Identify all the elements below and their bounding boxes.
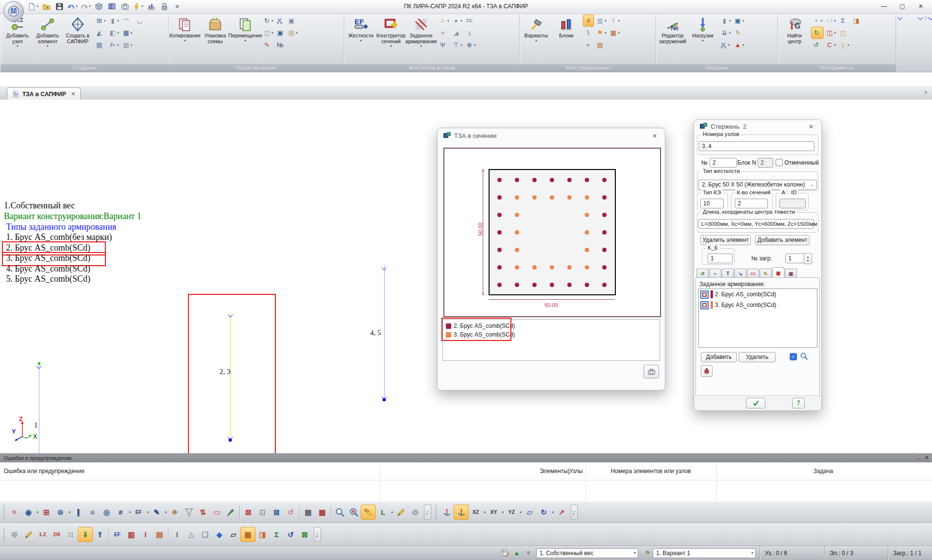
- marked-checkbox[interactable]: [776, 159, 783, 166]
- rebar-add-icon[interactable]: #: [583, 15, 594, 27]
- open-file-button[interactable]: [40, 1, 52, 12]
- blocks-button[interactable]: Блоки: [552, 15, 581, 40]
- add-element-button[interactable]: Добавить элемент: [755, 235, 810, 245]
- gear-pencil-icon[interactable]: [21, 527, 35, 542]
- errors-column-header-4[interactable]: Задача: [716, 462, 930, 480]
- scissors-icon[interactable]: [275, 15, 286, 26]
- select-polygon-icon[interactable]: ✶: [7, 505, 21, 519]
- ef-assign-icon[interactable]: EF: [110, 527, 124, 542]
- weight-icon[interactable]: ▮▾: [719, 15, 732, 26]
- cc12-icon[interactable]: CC: [464, 15, 477, 26]
- display-local-axes-icon[interactable]: ∥: [71, 505, 85, 519]
- load-num-spinner[interactable]: ▲▼: [804, 253, 812, 264]
- ke-input[interactable]: 1: [708, 254, 733, 263]
- delete-element-button[interactable]: Удалить элемент: [700, 235, 751, 245]
- reinforcement-list-item[interactable]: 2. Брус AS_comb(SCd): [699, 289, 817, 300]
- spring-up-icon[interactable]: ↨: [464, 27, 477, 38]
- tab-list-chevron-icon[interactable]: ˅: [924, 90, 927, 95]
- axes-rotate-icon[interactable]: ↺: [284, 527, 298, 542]
- fe-type-input[interactable]: 10: [700, 199, 724, 208]
- remove-reinforcement-button[interactable]: Удалить: [739, 352, 776, 362]
- frame-view-red-icon[interactable]: ▦: [315, 505, 329, 519]
- sum-rotate-icon[interactable]: Σ: [270, 527, 284, 542]
- axes-view-icon[interactable]: [440, 505, 454, 519]
- load-up-icon[interactable]: ⇑: [93, 527, 107, 542]
- frame-view-icon[interactable]: ▦: [301, 505, 315, 519]
- window-menu[interactable]: Окно˅: [903, 16, 917, 22]
- assigned-reinforcement-button[interactable]: Заданное армирование▾: [407, 15, 436, 49]
- duplicate-page-icon[interactable]: ▣: [275, 27, 286, 38]
- brush-icon[interactable]: [224, 505, 238, 519]
- brickwall-icon[interactable]: ▤: [153, 527, 167, 542]
- app-logo-icon[interactable]: [3, 1, 24, 21]
- sync-icon[interactable]: ↻: [811, 27, 824, 39]
- springs-icon[interactable]: ≈: [438, 27, 450, 38]
- element-number-input[interactable]: 2: [710, 158, 737, 168]
- fragment-frame-icon[interactable]: ▭: [210, 505, 224, 519]
- loadcase-table-icon[interactable]: [499, 548, 511, 559]
- plate-outline-icon[interactable]: ▱: [226, 527, 240, 542]
- variant-hammer-icon[interactable]: [641, 548, 653, 559]
- flag-icon[interactable]: ⚑▾: [595, 27, 608, 38]
- hinge-tab[interactable]: ⚬: [709, 269, 721, 278]
- add-element-button[interactable]: Добавить элемент▾: [33, 15, 62, 49]
- document-tab[interactable]: ТЗА в САПФИР ✕: [7, 87, 81, 100]
- isometric-view-icon[interactable]: [454, 505, 469, 520]
- node-marker[interactable]: [383, 398, 386, 401]
- display-links-icon[interactable]: ⊜▾: [53, 505, 68, 519]
- sum-icon[interactable]: Σ: [838, 15, 850, 26]
- loadcase-up-icon[interactable]: ▲: [511, 548, 523, 559]
- undo-button[interactable]: ▾: [67, 1, 78, 12]
- debug-bug-button[interactable]: [701, 365, 712, 377]
- hide-unselected-icon[interactable]: ⊠: [270, 505, 284, 519]
- magnifier-icon[interactable]: [800, 352, 809, 361]
- wedge-blue-icon[interactable]: ◆: [212, 527, 226, 542]
- toolbar-overflow-button[interactable]: —▾: [424, 505, 431, 520]
- element-4-5[interactable]: [384, 265, 385, 399]
- maximize-button[interactable]: ▢: [893, 0, 912, 13]
- display-sections-icon[interactable]: ✎▾: [150, 505, 164, 519]
- toolbar-overflow-button[interactable]: —▾: [314, 527, 321, 542]
- hoist-icon[interactable]: Ψ: [438, 39, 450, 51]
- zoom-icon[interactable]: [333, 505, 347, 519]
- stairs-icon[interactable]: △: [184, 527, 198, 542]
- view-3d-button[interactable]: [93, 1, 104, 12]
- dashed-mesh-icon[interactable]: ▨▾: [121, 39, 134, 51]
- invert-fragment-icon[interactable]: ↺: [284, 505, 298, 519]
- errors-column-header-1[interactable]: Ошибка или предупреждение: [4, 462, 378, 480]
- sections-count-input[interactable]: 2: [735, 199, 768, 208]
- truss-icon[interactable]: ◭: [94, 27, 107, 38]
- variant-select[interactable]: 1. Вариант 1 ▾: [653, 548, 756, 558]
- direction-tab[interactable]: ↘: [734, 269, 746, 278]
- display-marks-icon[interactable]: ◎: [100, 505, 114, 519]
- view-xz-icon[interactable]: XZ▾: [469, 505, 483, 519]
- transform-reset-icon[interactable]: ⊠: [298, 527, 312, 542]
- loads-button[interactable]: Нагрузки▾: [688, 15, 717, 44]
- save-button[interactable]: [53, 1, 65, 12]
- pencil-tower-icon[interactable]: ✎: [733, 27, 746, 38]
- axes-red-icon[interactable]: ↗: [555, 505, 569, 519]
- edit-pencil-icon[interactable]: [394, 505, 408, 519]
- select-zoom-icon[interactable]: ▣: [287, 15, 299, 26]
- rotate-copy-icon[interactable]: ↻▾: [262, 15, 274, 26]
- steel-beam-icon[interactable]: I: [170, 527, 184, 542]
- reinforcement-list-item[interactable]: 3. Брус AS_comb(SCd): [699, 300, 817, 310]
- aid-input[interactable]: [779, 199, 806, 208]
- measure-icon[interactable]: L▾: [376, 505, 390, 519]
- display-rigid-links-icon[interactable]: ≡: [85, 505, 100, 519]
- stiffness-select[interactable]: 2. Брус 50 X 50 (Железобетон колонн) ⌄: [698, 180, 817, 190]
- lines-add-icon[interactable]: ∖: [583, 27, 594, 38]
- view-xy-icon[interactable]: XY▾: [487, 505, 501, 519]
- copy-props-tab[interactable]: ▣: [785, 269, 797, 278]
- frame-tower-icon[interactable]: ▤: [94, 39, 107, 51]
- sync2-icon[interactable]: ↺: [811, 39, 824, 51]
- view-plane-icon[interactable]: ▱: [523, 505, 537, 519]
- errors-column-header-2[interactable]: Элементы|Узлы: [384, 462, 583, 480]
- copy-button[interactable]: Копирование▾: [170, 15, 200, 44]
- display-blocks-icon[interactable]: ❖: [168, 505, 182, 519]
- design-tab[interactable]: ✎: [760, 269, 772, 278]
- view-yz-icon[interactable]: YZ▾: [505, 505, 519, 519]
- distributed-load-icon[interactable]: ⇊▾: [719, 27, 732, 38]
- show-reinforcement-checkbox[interactable]: ✓: [790, 353, 797, 360]
- loadcase-select[interactable]: 1. Собственный вес ▾: [536, 548, 638, 558]
